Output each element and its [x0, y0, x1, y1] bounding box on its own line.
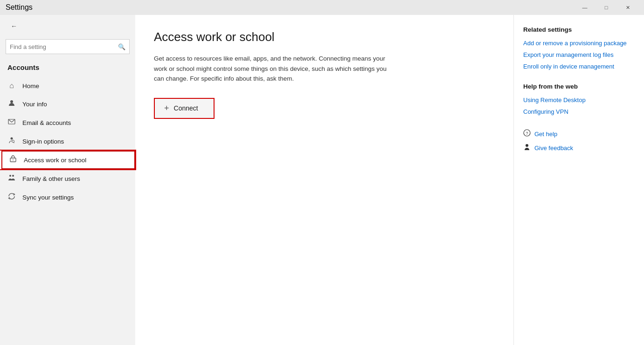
- search-icon: 🔍: [118, 43, 125, 50]
- main-content: Access work or school Get access to reso…: [135, 15, 513, 345]
- help-section: Help from the web Using Remote Desktop C…: [523, 83, 635, 115]
- configuring-vpn-link[interactable]: Configuring VPN: [523, 108, 568, 115]
- connect-button[interactable]: + Connect: [154, 98, 215, 119]
- sidebar-item-home[interactable]: ⌂ Home: [0, 77, 135, 95]
- minimize-button[interactable]: —: [574, 0, 596, 15]
- email-icon: [7, 118, 16, 127]
- provisioning-package-link[interactable]: Add or remove a provisioning package: [523, 40, 635, 47]
- work-icon: [9, 155, 17, 165]
- give-feedback-item[interactable]: Give feedback: [523, 143, 635, 152]
- svg-text:?: ?: [526, 131, 528, 136]
- sidebar-item-sync[interactable]: Sync your settings: [0, 188, 135, 207]
- give-feedback-icon: [523, 143, 531, 152]
- sidebar: ← 🔍 Accounts ⌂ Home Your info Email & ac…: [0, 15, 135, 345]
- footer-items: ? Get help Give feedback: [523, 129, 635, 152]
- sidebar-item-family[interactable]: Family & other users: [0, 169, 135, 188]
- sidebar-item-sync-label: Sync your settings: [22, 194, 74, 201]
- svg-point-2: [11, 138, 13, 140]
- connect-plus-icon: +: [164, 104, 169, 113]
- sidebar-item-access-work[interactable]: Access work or school: [0, 151, 135, 169]
- close-button[interactable]: ✕: [617, 0, 638, 15]
- related-settings-label: Related settings: [523, 26, 635, 33]
- sync-icon: [7, 193, 16, 202]
- titlebar: Settings — □ ✕: [0, 0, 644, 15]
- svg-point-8: [12, 175, 14, 177]
- maximize-button[interactable]: □: [596, 0, 617, 15]
- back-button[interactable]: ←: [7, 20, 21, 33]
- sign-in-icon: *: [7, 137, 16, 146]
- your-info-icon: [7, 99, 16, 109]
- sidebar-section-label: Accounts: [0, 60, 135, 77]
- page-title: Access work or school: [154, 30, 495, 44]
- sidebar-item-email-label: Email & accounts: [22, 119, 71, 126]
- help-from-web-label: Help from the web: [523, 83, 635, 90]
- get-help-icon: ?: [523, 129, 531, 138]
- sidebar-item-your-info-label: Your info: [22, 101, 47, 108]
- svg-point-0: [10, 100, 13, 103]
- search-input[interactable]: [10, 43, 118, 50]
- remote-desktop-item[interactable]: Using Remote Desktop: [523, 97, 635, 104]
- titlebar-controls: — □ ✕: [574, 0, 638, 15]
- titlebar-left: Settings: [6, 3, 33, 12]
- get-help-link[interactable]: Get help: [534, 131, 557, 138]
- enroll-device-link[interactable]: Enroll only in device management: [523, 63, 635, 70]
- give-feedback-link[interactable]: Give feedback: [534, 145, 573, 152]
- configuring-vpn-item[interactable]: Configuring VPN: [523, 108, 635, 115]
- sidebar-item-sign-in[interactable]: * Sign-in options: [0, 132, 135, 151]
- home-icon: ⌂: [7, 82, 16, 90]
- back-icon: ←: [11, 22, 17, 30]
- remote-desktop-link[interactable]: Using Remote Desktop: [523, 97, 586, 104]
- sidebar-item-family-label: Family & other users: [22, 175, 80, 182]
- sidebar-nav-header: ←: [0, 15, 135, 37]
- sidebar-item-sign-in-label: Sign-in options: [22, 138, 64, 145]
- connect-button-label: Connect: [174, 104, 198, 112]
- titlebar-title: Settings: [6, 3, 33, 12]
- svg-point-7: [9, 175, 11, 177]
- page-description: Get access to resources like email, apps…: [154, 54, 387, 84]
- search-box[interactable]: 🔍: [6, 39, 130, 54]
- sidebar-item-email-accounts[interactable]: Email & accounts: [0, 113, 135, 132]
- family-icon: [7, 174, 16, 183]
- sidebar-item-access-work-label: Access work or school: [24, 157, 86, 164]
- svg-point-11: [526, 144, 528, 147]
- sidebar-item-home-label: Home: [22, 83, 39, 90]
- get-help-item[interactable]: ? Get help: [523, 129, 635, 138]
- app-body: ← 🔍 Accounts ⌂ Home Your info Email & ac…: [0, 15, 644, 345]
- right-panel: Related settings Add or remove a provisi…: [513, 15, 644, 345]
- export-log-link[interactable]: Export your management log files: [523, 51, 635, 58]
- sidebar-item-your-info[interactable]: Your info: [0, 95, 135, 113]
